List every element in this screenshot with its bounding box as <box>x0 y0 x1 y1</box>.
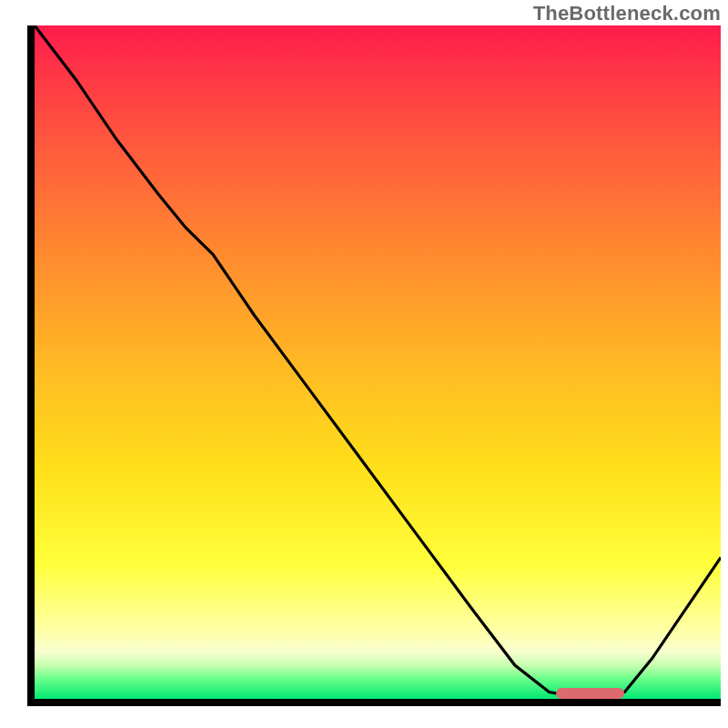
bottleneck-curve <box>35 25 721 695</box>
y-axis <box>27 25 35 706</box>
optimum-marker <box>556 688 624 699</box>
chart-container: TheBottleneck.com <box>0 0 728 728</box>
watermark-text: TheBottleneck.com <box>533 2 721 25</box>
x-axis <box>27 699 721 706</box>
curve-layer <box>35 25 721 699</box>
